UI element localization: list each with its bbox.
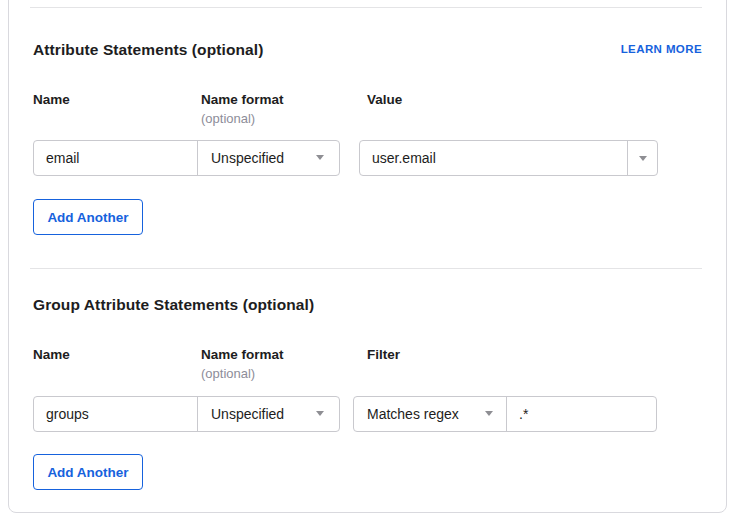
group-name-format-dropdown[interactable]: Unspecified	[198, 397, 339, 431]
group-column-header-name-format-note: (optional)	[201, 366, 255, 381]
group-filter-type-dropdown[interactable]: Matches regex	[354, 397, 507, 431]
attribute-name-input[interactable]	[34, 141, 197, 175]
learn-more-link[interactable]: LEARN MORE	[621, 43, 702, 55]
group-filter-value-input[interactable]	[507, 397, 656, 431]
attribute-value-dropdown-button[interactable]	[627, 141, 657, 175]
attribute-value-group	[359, 140, 658, 176]
group-filter-group: Matches regex	[353, 396, 657, 432]
settings-card	[8, 0, 727, 513]
attribute-value-input[interactable]	[360, 141, 627, 175]
attribute-statements-title: Attribute Statements (optional)	[33, 41, 263, 59]
group-row-name-and-format-group: Unspecified	[33, 396, 340, 432]
group-column-header-name: Name	[33, 347, 70, 362]
column-header-name-format: Name format	[201, 92, 284, 107]
attribute-row-name-and-format-group: Unspecified	[33, 140, 340, 176]
caret-down-icon	[485, 411, 493, 416]
column-header-name: Name	[33, 92, 70, 107]
add-another-group-attribute-button[interactable]: Add Another	[33, 454, 143, 490]
group-name-format-value: Unspecified	[198, 406, 284, 422]
group-column-header-filter: Filter	[367, 347, 400, 362]
group-attribute-statements-title: Group Attribute Statements (optional)	[33, 296, 314, 314]
attribute-name-format-dropdown[interactable]: Unspecified	[198, 141, 339, 175]
group-column-header-name-format: Name format	[201, 347, 284, 362]
caret-down-icon	[316, 411, 324, 416]
column-header-value: Value	[367, 92, 402, 107]
add-another-attribute-button[interactable]: Add Another	[33, 199, 143, 235]
group-filter-type-value: Matches regex	[354, 406, 459, 422]
attribute-name-format-value: Unspecified	[198, 150, 284, 166]
caret-down-icon	[639, 156, 647, 161]
caret-down-icon	[316, 155, 324, 160]
column-header-name-format-note: (optional)	[201, 111, 255, 126]
group-name-input[interactable]	[34, 397, 197, 431]
section-divider-middle	[30, 268, 702, 269]
section-divider-top	[30, 7, 702, 8]
